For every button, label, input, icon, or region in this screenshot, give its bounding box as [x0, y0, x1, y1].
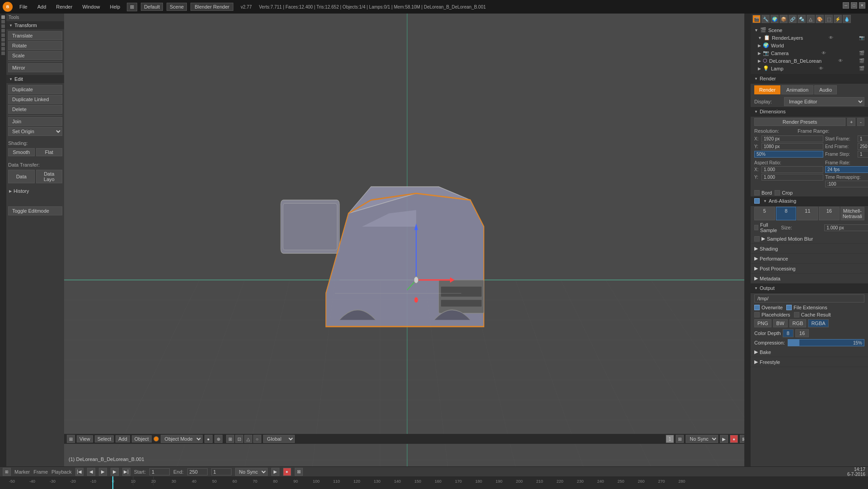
- select-menu-btn[interactable]: Select: [95, 435, 114, 442]
- cache-result-checkbox[interactable]: [794, 312, 799, 317]
- aa-btn-8[interactable]: 8: [776, 207, 797, 220]
- lamp-render[interactable]: 🎬: [859, 66, 864, 71]
- translate-btn[interactable]: Translate: [8, 31, 62, 40]
- grease-pencil-icon[interactable]: [1, 38, 5, 42]
- output-section-header[interactable]: ▼ Output: [751, 284, 868, 293]
- constraints-icon[interactable]: 🔗: [789, 15, 797, 23]
- render-presets-btn[interactable]: Render Presets: [754, 118, 845, 126]
- add-menu-btn[interactable]: Add: [116, 435, 130, 442]
- rgba-btn[interactable]: RGBA: [808, 319, 828, 327]
- snap2-icon[interactable]: △: [244, 435, 252, 443]
- tl-play[interactable]: ▶: [99, 468, 107, 476]
- aa-btn-11[interactable]: 11: [797, 207, 818, 220]
- mirror-btn[interactable]: Mirror: [8, 63, 62, 72]
- data-layer-btn[interactable]: Data Layo: [36, 170, 63, 183]
- camera-item[interactable]: ▶ 📷 Camera 👁 🎬: [752, 49, 866, 57]
- file-ext-checkbox[interactable]: [786, 305, 792, 310]
- camera-eye[interactable]: 👁: [822, 51, 826, 56]
- overwrite-checkbox[interactable]: [754, 305, 760, 310]
- smooth-btn[interactable]: Smooth: [8, 148, 35, 156]
- rgb-btn[interactable]: RGB: [789, 319, 807, 327]
- physics-icon[interactable]: [1, 33, 5, 37]
- post-processing-section[interactable]: ▶ Post Processing: [751, 264, 868, 274]
- size-input[interactable]: [824, 224, 868, 231]
- minimize-btn[interactable]: ─: [843, 2, 849, 9]
- res-y-input[interactable]: [761, 143, 823, 150]
- modifiers-icon[interactable]: 🔩: [798, 15, 806, 23]
- crop-checkbox[interactable]: [775, 190, 780, 196]
- animation-tab[interactable]: Animation: [781, 85, 813, 94]
- delorean-render[interactable]: 🎬: [859, 58, 864, 63]
- render-section-header[interactable]: ▼ Render: [751, 74, 868, 84]
- viewport-type-icon[interactable]: ⊞: [67, 435, 75, 443]
- duplicate-btn[interactable]: Duplicate: [8, 85, 62, 94]
- layers-icon[interactable]: [1, 47, 5, 51]
- menu-render[interactable]: Render: [53, 3, 75, 11]
- framerate-input[interactable]: [825, 166, 868, 173]
- bw-btn[interactable]: BW: [773, 319, 788, 327]
- cd-8-btn[interactable]: 8: [783, 329, 794, 337]
- global-local-select[interactable]: Global: [263, 435, 295, 443]
- no-sync-select[interactable]: No Sync: [686, 435, 718, 443]
- sampled-motion-blur-section[interactable]: ▶ Sampled Motion Blur: [751, 234, 868, 244]
- tl-prev-frame[interactable]: ◀: [87, 468, 95, 476]
- snap-icon[interactable]: ⊕: [214, 435, 223, 443]
- join-btn[interactable]: Join: [8, 117, 62, 126]
- layer-icons[interactable]: ⊞: [676, 435, 684, 443]
- data-btn[interactable]: Data: [8, 170, 35, 183]
- tl-next-keyframe[interactable]: ▶|: [122, 468, 130, 476]
- object-menu-btn[interactable]: Object: [132, 435, 152, 442]
- record-icon[interactable]: ●: [730, 435, 738, 443]
- duplicate-linked-btn[interactable]: Duplicate Linked: [8, 95, 62, 104]
- camera-render[interactable]: 🎬: [859, 51, 864, 56]
- animation-icon[interactable]: [1, 29, 5, 33]
- delete-btn[interactable]: Delete: [8, 105, 62, 114]
- start-frame-field[interactable]: [149, 468, 170, 475]
- view-menu-btn[interactable]: View: [77, 435, 93, 442]
- render-layers-cam[interactable]: 📷: [859, 35, 864, 40]
- navigation-icon[interactable]: [1, 42, 5, 46]
- menu-add[interactable]: Add: [34, 3, 50, 11]
- scene-props-icon[interactable]: 🔧: [761, 15, 770, 23]
- layout-select[interactable]: Default: [141, 3, 163, 11]
- tl-toggle-btn[interactable]: ⊠: [295, 468, 303, 476]
- dimensions-section-header[interactable]: ▼ Dimensions: [751, 107, 868, 116]
- tl-record-btn[interactable]: ●: [283, 468, 291, 476]
- viewport-shading-solid[interactable]: ●: [204, 435, 213, 443]
- render-props-icon[interactable]: 🎬: [752, 15, 761, 23]
- timeline-ruler[interactable]: -50 -40 -30 -20 -10 0 10 20 30 40 50 60 …: [0, 476, 868, 489]
- object-props-icon[interactable]: 📦: [780, 15, 788, 23]
- proportional-icon[interactable]: ○: [253, 435, 261, 443]
- png-btn[interactable]: PNG: [754, 319, 771, 327]
- playback-icon[interactable]: ▶: [720, 435, 728, 443]
- manipulator-icon[interactable]: ⊞: [226, 435, 234, 443]
- scene-select[interactable]: Scene: [167, 3, 187, 11]
- cd-16-btn[interactable]: 16: [795, 329, 809, 337]
- render-layers-item[interactable]: ▼ 📋 RenderLayers 👁 📷: [752, 34, 866, 42]
- edit-section-header[interactable]: ▼ Edit: [6, 75, 64, 83]
- freestyle-section[interactable]: ▶ Freestyle: [751, 357, 868, 367]
- aspect-x-input[interactable]: [761, 166, 823, 173]
- delorean-eye[interactable]: 👁: [838, 58, 843, 63]
- object-mode-select[interactable]: Object Mode: [161, 435, 203, 443]
- transform-section-header[interactable]: ▼ Transform: [6, 21, 64, 29]
- time-remap-old[interactable]: [825, 181, 868, 187]
- aa-section-header[interactable]: ▼ Anti-Aliasing: [751, 196, 868, 206]
- render-layers-eye[interactable]: 👁: [829, 35, 833, 40]
- render-engine-btn[interactable]: Blender Render: [190, 3, 233, 11]
- render-presets-remove[interactable]: -: [857, 118, 864, 126]
- timeline-type-icon[interactable]: ⊞: [3, 468, 11, 476]
- output-path-input[interactable]: [754, 294, 864, 303]
- end-frame-input[interactable]: [858, 143, 868, 150]
- misc-icon[interactable]: [1, 51, 5, 55]
- bake-section[interactable]: ▶ Bake: [751, 347, 868, 357]
- flat-btn[interactable]: Flat: [36, 148, 63, 156]
- data-props-icon[interactable]: △: [807, 15, 815, 23]
- particles-icon[interactable]: ⚡: [834, 15, 842, 23]
- physics-props-icon[interactable]: 💧: [843, 15, 851, 23]
- restore-btn[interactable]: □: [851, 2, 857, 9]
- menu-file[interactable]: File: [16, 3, 31, 11]
- set-origin-select[interactable]: Set Origin: [8, 127, 62, 136]
- create-icon[interactable]: [1, 20, 5, 23]
- lamp-eye[interactable]: 👁: [819, 66, 823, 71]
